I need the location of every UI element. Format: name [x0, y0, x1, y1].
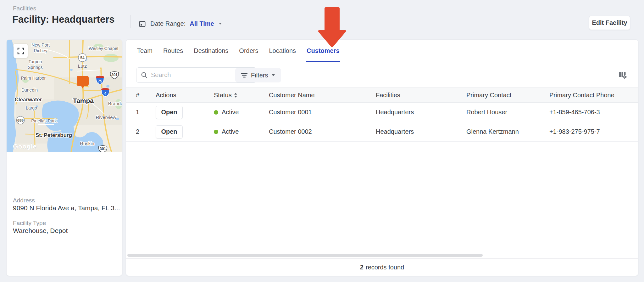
- chevron-down-icon: [271, 74, 275, 76]
- tab-orders[interactable]: Orders: [239, 40, 258, 62]
- svg-text:Clearwater: Clearwater: [15, 97, 42, 103]
- facility-page: Facilities Facility: Headquarters Date R…: [0, 0, 644, 282]
- row-index: 2: [136, 128, 156, 135]
- svg-text:301: 301: [111, 73, 118, 77]
- search-icon: [141, 72, 147, 78]
- date-range-selector[interactable]: Date Range: All Time: [138, 17, 222, 30]
- sort-icon[interactable]: [234, 93, 237, 98]
- horizontal-scrollbar[interactable]: [127, 254, 483, 257]
- calendar-icon: [138, 20, 146, 28]
- svg-text:Tampa: Tampa: [73, 97, 94, 104]
- svg-text:Brando: Brando: [108, 101, 122, 106]
- status-cell: Active: [214, 128, 269, 135]
- breadcrumb[interactable]: Facilities: [13, 5, 36, 12]
- facilities-cell: Headquarters: [376, 128, 466, 135]
- svg-text:Wesley Chapel: Wesley Chapel: [89, 46, 118, 51]
- svg-text:New Port: New Port: [31, 42, 50, 48]
- facility-type-label: Facility Type: [13, 220, 46, 227]
- tab-locations[interactable]: Locations: [269, 40, 296, 62]
- open-button[interactable]: Open: [156, 125, 183, 138]
- tab-bar: Team Routes Destinations Orders Location…: [126, 40, 638, 62]
- route-54-shield: 54: [78, 54, 86, 62]
- primary-contact-cell: Glenna Kertzmann: [466, 128, 549, 135]
- filters-label: Filters: [251, 72, 268, 79]
- table-header: # Actions Status Customer Name Facilitie…: [126, 87, 638, 103]
- address-value: 9090 N Florida Ave a, Tampa, FL 3...: [13, 204, 120, 212]
- tab-routes[interactable]: Routes: [163, 40, 183, 62]
- records-found-footer: 2 records found: [126, 258, 638, 276]
- page-title: Facility: Headquarters: [12, 14, 115, 25]
- row-index: 1: [136, 109, 156, 116]
- svg-text:54: 54: [80, 56, 85, 60]
- svg-text:Richey: Richey: [34, 48, 47, 53]
- facility-type-value: Warehouse, Depot: [13, 227, 68, 234]
- route-699-shield: 699: [17, 116, 25, 124]
- facility-map[interactable]: New Port Richey Wesley Chapel Tarpon Spr…: [7, 40, 122, 152]
- primary-contact-phone-cell: +1-859-465-706-3: [549, 109, 638, 116]
- svg-text:75: 75: [98, 79, 102, 83]
- col-status[interactable]: Status: [214, 92, 269, 99]
- records-label: records found: [366, 264, 404, 271]
- edit-facility-button[interactable]: Edit Facility: [589, 16, 630, 30]
- chevron-down-icon: [218, 22, 222, 25]
- col-actions[interactable]: Actions: [156, 92, 214, 99]
- facility-summary-card: New Port Richey Wesley Chapel Tarpon Spr…: [6, 39, 122, 276]
- table-row: 2 Open Active Customer 0002 Headquarters…: [126, 122, 638, 142]
- records-count: 2: [360, 264, 364, 271]
- date-range-value: All Time: [190, 20, 214, 27]
- col-facilities[interactable]: Facilities: [376, 92, 466, 99]
- svg-text:Lutz: Lutz: [78, 63, 87, 69]
- header-divider: [130, 15, 130, 28]
- open-button[interactable]: Open: [156, 106, 183, 119]
- annotation-arrow-icon: [318, 7, 347, 48]
- svg-text:Tarpon: Tarpon: [29, 59, 42, 64]
- svg-text:Largo: Largo: [26, 105, 37, 110]
- status-badge: Active: [222, 128, 239, 135]
- tab-team[interactable]: Team: [137, 40, 153, 62]
- svg-text:Riverview: Riverview: [96, 115, 116, 120]
- table-row: 1 Open Active Customer 0001 Headquarters…: [126, 103, 638, 122]
- facility-detail-panel: Team Routes Destinations Orders Location…: [126, 39, 638, 276]
- column-settings-button[interactable]: [617, 69, 629, 81]
- map-attribution: Google: [13, 143, 36, 150]
- columns-gear-icon: [618, 71, 627, 80]
- col-index[interactable]: #: [136, 92, 156, 99]
- status-cell: Active: [214, 109, 269, 116]
- col-primary-contact[interactable]: Primary Contact: [466, 92, 549, 99]
- col-primary-contact-phone[interactable]: Primary Contact Phone: [549, 92, 638, 99]
- svg-text:4: 4: [104, 91, 107, 96]
- fullscreen-icon: [17, 48, 24, 54]
- svg-text:Dunedin: Dunedin: [21, 87, 38, 93]
- primary-contact-cell: Robert Houser: [466, 109, 549, 116]
- svg-text:Ruskin: Ruskin: [80, 141, 94, 146]
- status-badge: Active: [222, 109, 239, 116]
- facilities-cell: Headquarters: [376, 109, 466, 116]
- primary-contact-phone-cell: +1-983-275-975-7: [549, 128, 638, 135]
- status-active-dot: [214, 130, 218, 134]
- filters-button[interactable]: Filters: [235, 68, 281, 82]
- map-fullscreen-button[interactable]: [14, 44, 28, 58]
- col-customer-name[interactable]: Customer Name: [269, 92, 376, 99]
- svg-text:St. Petersburg: St. Petersburg: [36, 132, 72, 138]
- svg-text:699: 699: [17, 118, 24, 123]
- svg-text:Springs: Springs: [28, 65, 42, 70]
- svg-text:Palm Harbor: Palm Harbor: [21, 76, 46, 81]
- svg-text:301: 301: [100, 147, 106, 151]
- date-range-label: Date Range:: [150, 20, 186, 27]
- tab-destinations[interactable]: Destinations: [194, 40, 228, 62]
- address-label: Address: [13, 197, 35, 204]
- filter-icon: [241, 73, 247, 78]
- customer-name-cell: Customer 0001: [269, 109, 376, 116]
- customer-name-cell: Customer 0002: [269, 128, 376, 135]
- status-active-dot: [214, 110, 218, 115]
- svg-text:Pinellas Park: Pinellas Park: [31, 118, 57, 123]
